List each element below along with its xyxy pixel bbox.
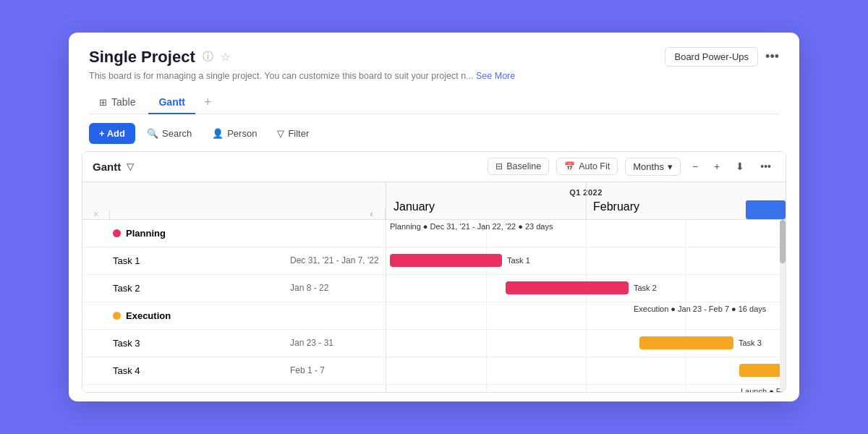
- task-1-name: Task 1: [113, 255, 140, 266]
- zoom-in-button[interactable]: +: [710, 158, 724, 174]
- person-button[interactable]: 👤 Person: [203, 124, 265, 143]
- task-label-1: Task 1: [110, 255, 284, 266]
- task-label-4: Task 4: [110, 365, 284, 376]
- group-row-planning: Planning: [82, 220, 386, 247]
- search-label: Search: [162, 128, 192, 139]
- baseline-button[interactable]: ⊟ Baseline: [488, 158, 549, 175]
- bar-task4[interactable]: [739, 364, 786, 377]
- months-select[interactable]: Months ▾: [625, 158, 681, 176]
- bar-task3[interactable]: [639, 336, 733, 349]
- more-button[interactable]: •••: [765, 49, 779, 64]
- chart-row-launch-group: Launch ● Feb 8 - 21 ● 14 days: [386, 385, 786, 393]
- chevron-down-icon: ▾: [668, 161, 673, 172]
- task2-outside-label: Task 2: [634, 284, 657, 292]
- chart-row-task2: Task 2: [386, 275, 786, 302]
- filter-icon: ▽: [277, 128, 284, 139]
- baseline-icon: ⊟: [495, 161, 503, 171]
- bar-task2[interactable]: [506, 281, 629, 294]
- gantt-topbar: Gantt ▽ ⊟ Baseline 📅 Auto Fit Months ▾ −…: [82, 152, 786, 182]
- tab-gantt[interactable]: Gantt: [148, 91, 195, 114]
- task-row-1: Task 1 Dec 31, '21 - Jan 7, '22: [82, 247, 386, 275]
- zoom-out-button[interactable]: −: [688, 158, 702, 174]
- project-title: Single Project: [89, 48, 195, 67]
- task3-outside-label: Task 3: [739, 339, 762, 347]
- group-label-planning: Planning: [110, 228, 386, 239]
- scrollbar-track[interactable]: [780, 220, 786, 393]
- gantt-right-header: Q1 2022 January February: [386, 182, 786, 220]
- task-4-name: Task 4: [113, 365, 140, 376]
- gantt-wrapper: Gantt ▽ ⊟ Baseline 📅 Auto Fit Months ▾ −…: [82, 151, 786, 393]
- chart-row-task3: Task 3: [386, 330, 786, 357]
- task-label-2: Task 2: [110, 283, 284, 294]
- gantt-left-panel: ✕ ‹ Planning Task 1: [82, 182, 386, 393]
- person-icon: 👤: [212, 128, 224, 139]
- dot-planning: [113, 229, 121, 237]
- february-label: February: [586, 200, 786, 213]
- title-row: Single Project ⓘ ☆ Board Power-Ups •••: [89, 47, 779, 67]
- chart-row-task4: Task 4: [386, 357, 786, 385]
- star-icon[interactable]: ☆: [221, 51, 230, 64]
- title-right: Board Power-Ups •••: [665, 47, 779, 67]
- task-2-date: Jan 8 - 22: [284, 283, 386, 293]
- person-label: Person: [227, 128, 257, 139]
- close-icon: ✕: [93, 210, 99, 219]
- planning-label: Planning: [126, 228, 166, 239]
- app-container: Single Project ⓘ ☆ Board Power-Ups ••• T…: [69, 33, 799, 401]
- group-row-launch: Launch: [82, 385, 386, 393]
- gantt-chart: Planning ● Dec 31, '21 - Jan 22, '22 ● 2…: [386, 220, 786, 393]
- task1-outside-label: Task 1: [507, 256, 530, 265]
- execution-milestone: Execution ● Jan 23 - Feb 7 ● 16 days: [634, 305, 766, 313]
- tabs: ⊞ Table Gantt +: [89, 91, 779, 114]
- tab-table[interactable]: ⊞ Table: [89, 91, 145, 114]
- gantt-body: ✕ ‹ Planning Task 1: [82, 182, 786, 393]
- filter-button[interactable]: ▽ Filter: [268, 124, 318, 143]
- group-label-execution: Execution: [110, 310, 386, 321]
- options-button[interactable]: •••: [756, 158, 775, 174]
- task-row-4: Task 4 Feb 1 - 7: [82, 357, 386, 385]
- subtitle: This board is for managing a single proj…: [89, 71, 779, 81]
- gantt-right-panel: Q1 2022 January February: [386, 182, 786, 393]
- header: Single Project ⓘ ☆ Board Power-Ups ••• T…: [69, 33, 799, 114]
- auto-fit-button[interactable]: 📅 Auto Fit: [556, 158, 618, 175]
- bar-task1[interactable]: [390, 254, 502, 267]
- col-arrow[interactable]: ‹: [358, 208, 386, 219]
- task-row-2: Task 2 Jan 8 - 22: [82, 275, 386, 302]
- task-4-date: Feb 1 - 7: [284, 365, 386, 375]
- month-divider: [586, 182, 587, 219]
- gantt-filter-icon[interactable]: ▽: [127, 161, 134, 172]
- task-row-3: Task 3 Jan 23 - 31: [82, 330, 386, 357]
- info-icon[interactable]: ⓘ: [203, 50, 213, 64]
- group-row-execution: Execution: [82, 302, 386, 330]
- board-power-ups-button[interactable]: Board Power-Ups: [665, 47, 758, 67]
- planning-milestone: Planning ● Dec 31, '21 - Jan 22, '22 ● 2…: [390, 222, 553, 231]
- download-button[interactable]: ⬇: [731, 158, 749, 174]
- scrollbar-thumb[interactable]: [780, 220, 786, 263]
- toolbar: + Add 🔍 Search 👤 Person ▽ Filter: [69, 114, 799, 151]
- months-label: Months: [633, 161, 664, 172]
- filter-label: Filter: [288, 128, 309, 139]
- gantt-label: Gantt: [93, 161, 121, 173]
- january-label: January: [386, 200, 586, 213]
- add-tab-button[interactable]: +: [198, 95, 218, 110]
- task-3-name: Task 3: [113, 338, 140, 349]
- title-left: Single Project ⓘ ☆: [89, 48, 230, 67]
- task-2-name: Task 2: [113, 283, 140, 294]
- tab-table-label: Table: [111, 96, 135, 108]
- dot-execution: [113, 312, 121, 320]
- gantt-left-header: ✕ ‹: [82, 182, 386, 220]
- current-month-indicator: [746, 200, 786, 219]
- chart-row-task1: Task 1: [386, 247, 786, 275]
- auto-fit-label: Auto Fit: [579, 161, 610, 171]
- col-check: ✕: [82, 210, 110, 219]
- launch-milestone: Launch ● Feb 8 - 21 ● 14 days: [741, 387, 786, 393]
- chart-row-planning-group: Planning ● Dec 31, '21 - Jan 22, '22 ● 2…: [386, 220, 786, 247]
- see-more-link[interactable]: See More: [476, 71, 515, 81]
- add-button[interactable]: + Add: [89, 123, 135, 144]
- auto-fit-icon: 📅: [564, 161, 575, 171]
- execution-label: Execution: [126, 310, 171, 321]
- gantt-controls: ⊟ Baseline 📅 Auto Fit Months ▾ − + ⬇ •••: [488, 158, 775, 176]
- search-icon: 🔍: [147, 128, 158, 139]
- table-icon: ⊞: [99, 97, 107, 108]
- task-1-date: Dec 31, '21 - Jan 7, '22: [284, 255, 386, 265]
- search-button[interactable]: 🔍 Search: [138, 124, 200, 143]
